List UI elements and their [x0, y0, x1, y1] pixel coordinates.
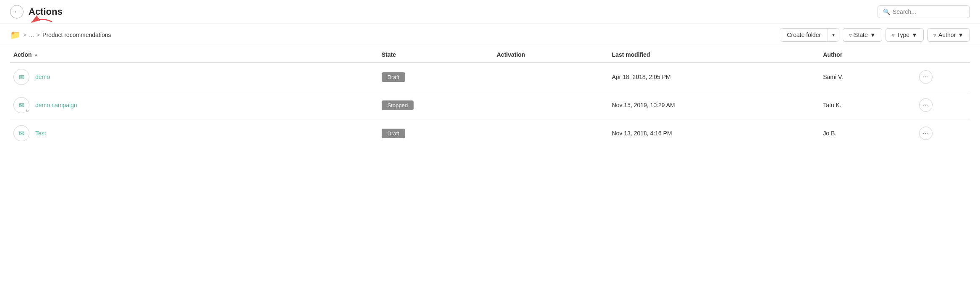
last-modified-cell: Nov 15, 2019, 10:29 AM [605, 91, 816, 119]
type-filter-button[interactable]: ▿ Type ▼ [886, 28, 924, 42]
create-folder-dropdown[interactable]: ▾ [828, 29, 839, 41]
breadcrumb: 📁 > ... > Product recommendations [10, 30, 111, 40]
header-left: ← Actions [10, 5, 63, 18]
state-badge: Draft [382, 72, 405, 82]
search-box: 🔍 [878, 5, 970, 18]
activation-cell [490, 91, 605, 119]
create-folder-button[interactable]: Create folder [780, 29, 828, 41]
activation-cell [490, 63, 605, 91]
th-author: Author [816, 46, 912, 63]
email-icon: ✉ [19, 73, 24, 81]
breadcrumb-sep-1: > [23, 32, 26, 38]
breadcrumb-ellipsis[interactable]: ... [29, 32, 34, 38]
row-more-button[interactable]: ··· [919, 98, 933, 112]
filter-icon-type: ▿ [892, 32, 895, 38]
row-actions-cell: ··· [912, 119, 970, 148]
state-cell: Draft [375, 63, 490, 91]
author-filter-button[interactable]: ▿ Author ▼ [927, 28, 970, 42]
state-badge: Stopped [382, 100, 414, 110]
action-name[interactable]: demo [35, 74, 50, 80]
last-modified-cell: Apr 18, 2018, 2:05 PM [605, 63, 816, 91]
header: ← Actions 🔍 [0, 0, 980, 24]
search-icon: 🔍 [883, 8, 890, 15]
actions-table: Action ▲ State Activation Last modified … [10, 46, 970, 147]
table-row: ✉TestDraftNov 13, 2018, 4:16 PMJo B.··· [10, 119, 970, 148]
state-badge: Draft [382, 129, 405, 138]
filter-icon-state: ▿ [849, 32, 852, 38]
row-actions-cell: ··· [912, 91, 970, 119]
th-activation: Activation [490, 46, 605, 63]
row-actions-cell: ··· [912, 63, 970, 91]
breadcrumb-current: Product recommendations [42, 32, 111, 38]
table-header-row: Action ▲ State Activation Last modified … [10, 46, 970, 63]
last-modified-cell: Nov 13, 2018, 4:16 PM [605, 119, 816, 148]
back-button[interactable]: ← [10, 5, 24, 18]
table-row: ✉demoDraftApr 18, 2018, 2:05 PMSami V.··… [10, 63, 970, 91]
table-container: Action ▲ State Activation Last modified … [0, 46, 980, 147]
state-filter-chevron: ▼ [870, 32, 876, 38]
type-filter-chevron: ▼ [912, 32, 917, 38]
page-title: Actions [29, 6, 63, 17]
email-icon: ✉ [19, 101, 24, 109]
th-state: State [375, 46, 490, 63]
state-cell: Stopped [375, 91, 490, 119]
activation-cell [490, 119, 605, 148]
th-row-actions [912, 46, 970, 63]
action-name[interactable]: demo campaign [35, 102, 77, 108]
state-cell: Draft [375, 119, 490, 148]
state-filter-button[interactable]: ▿ State ▼ [843, 28, 882, 42]
email-icon: ✉ [19, 129, 24, 137]
breadcrumb-sep-2: > [37, 32, 40, 38]
action-icon-wrap: ✉ [13, 125, 29, 141]
row-more-button[interactable]: ··· [919, 70, 933, 84]
row-more-button[interactable]: ··· [919, 127, 933, 140]
action-name[interactable]: Test [35, 130, 46, 137]
create-folder-group: Create folder ▾ [780, 28, 839, 42]
type-filter-label: Type [897, 32, 909, 38]
action-icon-wrap: ✉ [13, 69, 29, 85]
th-action-label: Action [13, 51, 32, 58]
action-cell: ✉demo [10, 63, 375, 91]
action-icon-wrap: ✉↻ [13, 97, 29, 113]
author-filter-label: Author [938, 32, 956, 38]
toolbar-actions: Create folder ▾ ▿ State ▼ ▿ Type ▼ ▿ Aut… [780, 28, 970, 42]
table-row: ✉↻demo campaignStoppedNov 15, 2019, 10:2… [10, 91, 970, 119]
folder-icon: 📁 [10, 30, 21, 40]
author-cell: Sami V. [816, 63, 912, 91]
toolbar: 📁 > ... > Product recommendations Create… [0, 24, 980, 46]
th-action: Action ▲ [10, 46, 375, 63]
search-input[interactable] [893, 8, 964, 15]
refresh-badge-icon: ↻ [24, 108, 30, 114]
author-cell: Jo B. [816, 119, 912, 148]
author-filter-chevron: ▼ [958, 32, 964, 38]
author-cell: Tatu K. [816, 91, 912, 119]
sort-arrow-icon[interactable]: ▲ [34, 52, 39, 57]
action-cell: ✉Test [10, 119, 375, 148]
state-filter-label: State [854, 32, 868, 38]
th-last-modified: Last modified [605, 46, 816, 63]
filter-icon-author: ▿ [933, 32, 936, 38]
action-cell: ✉↻demo campaign [10, 91, 375, 119]
